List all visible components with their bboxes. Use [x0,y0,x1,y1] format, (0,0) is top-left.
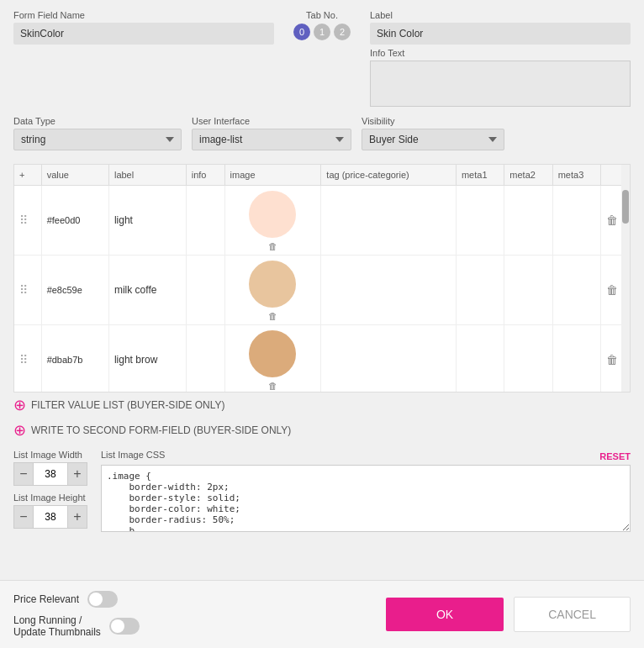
table-row: ⠿ #dbab7b light brow 🗑 [14,325,630,392]
info-text-input[interactable] [370,61,631,107]
main-container: Form Field Name Tab No. 0 1 2 Label [0,0,644,648]
css-label: List Image CSS [101,450,165,460]
css-textarea[interactable]: .image { border-width: 2px; border-style… [101,465,631,532]
height-decrease-button[interactable]: − [13,505,34,529]
width-group: List Image Width − 38 + [13,450,87,486]
drag-handle-icon[interactable]: ⠿ [19,283,28,297]
value-cell: #e8c59e [41,256,108,325]
footer: Price Relevant Long Running /Update Thum… [0,580,644,648]
col-meta2: meta2 [504,165,552,186]
width-decrease-button[interactable]: − [13,462,34,486]
label-cell: light brow [108,325,186,392]
css-header: List Image CSS RESET [101,450,631,462]
tab-circles: 0 1 2 [284,24,360,40]
tab-circle-2[interactable]: 2 [334,24,351,40]
image-cell: 🗑 [224,186,321,256]
ok-button[interactable]: OK [386,598,504,631]
width-size-row: − 38 + [13,462,87,486]
width-increase-button[interactable]: + [67,462,87,486]
label-label: Label [370,10,631,20]
spacer [0,541,644,580]
scrollbar-track[interactable] [621,165,630,392]
visibility-select[interactable]: Buyer Side Admin Side Both [362,129,504,150]
long-running-label: Long Running /Update Thumbnails [13,614,101,638]
table-scroll-container: + value label info image tag (price-cate… [14,165,630,392]
write-label: WRITE TO SECOND FORM-FIELD (BUYER-SIDE O… [31,424,291,436]
tab-no-label: Tab No. [284,10,360,20]
ui-section: User Interface image-list text dropdown [192,116,351,150]
row-delete-icon[interactable]: 🗑 [606,283,618,297]
reset-button[interactable]: RESET [599,451,631,461]
meta3-cell [552,256,600,325]
col-tag: tag (price-categorie) [321,165,457,186]
write-second-row[interactable]: ⊕ WRITE TO SECOND FORM-FIELD (BUYER-SIDE… [0,418,644,443]
col-label: label [108,165,186,186]
height-value: 38 [34,505,67,529]
value-cell: #dbab7b [41,325,108,392]
image-cell: 🗑 [224,256,321,325]
scrollbar-thumb[interactable] [622,190,629,224]
image-cell: 🗑 [224,325,321,392]
css-section: List Image CSS RESET .image { border-wid… [101,450,631,535]
height-size-row: − 38 + [13,505,87,529]
cancel-button[interactable]: CANCEL [514,597,631,632]
table-row: ⠿ #fee0d0 light 🗑 [14,186,630,256]
info-text-label: Info Text [370,48,631,58]
col-info: info [186,165,224,186]
label-input[interactable] [370,23,631,45]
long-running-row: Long Running /Update Thumbnails [13,614,140,638]
delete-image-icon[interactable]: 🗑 [268,311,277,321]
drag-handle-icon[interactable]: ⠿ [19,213,28,227]
data-type-section: Data Type string number boolean [13,116,182,150]
width-value: 38 [34,462,67,486]
tab-circle-0[interactable]: 0 [293,24,310,40]
meta3-cell [552,186,600,256]
form-field-name-input[interactable] [13,23,274,45]
value-cell: #fee0d0 [41,186,108,256]
filter-plus-button[interactable]: ⊕ [13,398,26,413]
long-running-toggle[interactable] [109,618,140,635]
tag-cell [321,325,457,392]
buttons-section: OK CANCEL [386,597,631,632]
meta3-cell [552,325,600,392]
label-info-section: Label Info Text [370,10,631,109]
table-wrapper: + value label info image tag (price-cate… [13,164,631,392]
tag-cell [321,256,457,325]
delete-image-icon[interactable]: 🗑 [268,381,277,391]
price-relevant-row: Price Relevant [13,591,140,608]
width-label: List Image Width [13,450,87,460]
row-delete-icon[interactable]: 🗑 [606,213,618,227]
filter-value-row[interactable]: ⊕ FILTER VALUE LIST (BUYER-SIDE ONLY) [0,392,644,418]
height-label: List Image Height [13,493,87,503]
col-meta1: meta1 [456,165,504,186]
row-delete-icon[interactable]: 🗑 [606,353,618,366]
table-row: ⠿ #e8c59e milk coffe 🗑 [14,256,630,325]
top-section: Form Field Name Tab No. 0 1 2 Label [0,0,644,164]
drag-cell: ⠿ [14,186,41,256]
info-cell [186,325,224,392]
visibility-label: Visibility [362,116,504,126]
meta2-cell [504,256,552,325]
data-type-select[interactable]: string number boolean [13,129,182,150]
label-cell: milk coffe [108,256,186,325]
info-cell [186,256,224,325]
user-interface-label: User Interface [192,116,351,126]
drag-handle-icon[interactable]: ⠿ [19,353,28,366]
color-circle [247,259,298,309]
label-cell: light [108,186,186,256]
toggles-section: Price Relevant Long Running /Update Thum… [13,591,140,638]
tab-circle-1[interactable]: 1 [314,24,330,40]
delete-image-icon[interactable]: 🗑 [268,241,277,251]
form-field-name-label: Form Field Name [13,10,274,20]
user-interface-select[interactable]: image-list text dropdown [192,129,351,150]
color-circle [247,329,298,379]
price-relevant-toggle[interactable] [87,591,118,608]
visibility-section: Visibility Buyer Side Admin Side Both [362,116,504,150]
write-plus-button[interactable]: ⊕ [13,423,26,438]
meta1-cell [456,256,504,325]
height-increase-button[interactable]: + [67,505,87,529]
table-header-row: + value label info image tag (price-cate… [14,165,630,186]
row-2: Data Type string number boolean User Int… [13,116,631,150]
image-size-group: List Image Width − 38 + List Image Heigh… [13,450,87,529]
meta2-cell [504,186,552,256]
